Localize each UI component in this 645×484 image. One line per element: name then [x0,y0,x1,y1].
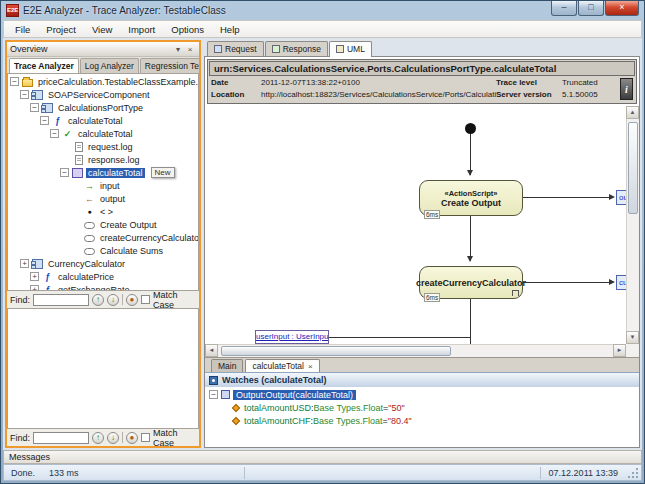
activity-node-create-output[interactable]: «ActionScript» Create Output 6ms [419,180,523,216]
edge-line [470,134,471,175]
highlight-all-button[interactable]: ● [126,294,138,306]
watches-header[interactable]: Watches (calculateTotal) [205,372,639,387]
find-input-bottom[interactable] [33,432,89,444]
tree-item[interactable]: Create Output [8,218,198,231]
watch-root-row[interactable]: − Output:Output(calculateTotal) [205,388,639,401]
tree-item-label: Create Output [98,220,159,230]
object-node-userinput[interactable]: userInput : UserInput [255,330,329,344]
initial-node-icon[interactable] [465,123,476,134]
horizontal-scrollbar[interactable]: ◄ ► [205,344,626,357]
tree-item-label: Calculate Sums [98,246,165,256]
tree-item-label: CurrencyCalculator [46,259,127,269]
tab-log-analyzer[interactable]: Log Analyzer [80,58,139,73]
messages-bar[interactable]: Messages [3,450,642,464]
expander-icon[interactable]: − [20,90,29,99]
tree-item[interactable]: request.log [8,140,198,153]
watch-type: Base Types.Float [313,416,382,426]
vertical-scroll-thumb[interactable] [628,122,638,214]
log-file-icon [75,142,83,152]
expander-icon[interactable]: − [50,129,59,138]
app-window: E2E E2E Analyzer - Trace Analyzer: Testa… [0,0,645,484]
uml-header: urn:Services.CalculationsService.Ports.C… [207,59,637,104]
uml-diagram-canvas[interactable]: «ActionScript» Create Output 6ms out cre… [205,106,639,357]
expander-icon[interactable]: − [30,103,39,112]
expander-icon[interactable]: − [60,168,69,177]
trace-level-value: Truncated [562,77,616,89]
menu-options[interactable]: Options [164,23,211,36]
close-button[interactable]: × [605,1,639,16]
tree-item[interactable]: + ƒ calculatePrice [8,270,198,283]
tree-item-selected[interactable]: − calculateTotal New [8,166,198,179]
find-prev-button[interactable]: ↑ [92,294,104,306]
scroll-left-icon[interactable]: ◄ [205,344,218,357]
tree-item[interactable]: − ✓ calculateTotal [8,127,198,140]
watch-item-row[interactable]: totalAmountUSD : Base Types.Float = "50" [205,401,639,414]
tree-item[interactable]: − CalculationsPortType [8,101,198,114]
tab-main-diagram[interactable]: Main [211,359,243,372]
diagram-tabbar: Main calculateTotal × [205,357,639,372]
porttype-icon [42,103,53,113]
find-next-button[interactable]: ↓ [107,294,119,306]
tree-item-label: calculateTotal [66,116,125,126]
horizontal-scroll-thumb[interactable] [221,346,451,356]
expander-icon[interactable]: − [10,77,19,86]
menu-import[interactable]: Import [121,23,162,36]
info-button[interactable]: i [620,78,633,100]
find-next-button[interactable]: ↓ [107,432,119,444]
tree-item[interactable]: − ƒ calculateTotal [8,114,198,127]
menu-help[interactable]: Help [213,23,247,36]
overview-panel-header[interactable]: Overview ▾ × [7,42,199,57]
tab-calculatetotal-diagram[interactable]: calculateTotal × [245,359,319,372]
tree-item[interactable]: Calculate Sums [8,244,198,257]
edge-line [523,197,611,198]
tree-item[interactable]: createCurrencyCalculator [8,231,198,244]
panel-close-icon[interactable]: × [184,45,196,54]
menu-project[interactable]: Project [39,23,83,36]
subdiagram-icon[interactable] [512,290,519,296]
tree-item[interactable]: + CurrencyCalculator [8,257,198,270]
activity-icon [84,235,95,242]
watches-tree[interactable]: − Output:Output(calculateTotal) totalAmo… [205,387,639,447]
scroll-up-icon[interactable]: ▲ [626,106,639,119]
expander-icon[interactable]: + [30,272,39,281]
minimize-button[interactable]: – [551,1,577,16]
tab-trace-analyzer[interactable]: Trace Analyzer [9,58,79,73]
vertical-scrollbar[interactable]: ▲ ▼ [626,106,639,344]
titlebar[interactable]: E2E E2E Analyzer - Trace Analyzer: Testa… [1,1,644,20]
tab-regression-tests[interactable]: Regression Tests [140,58,201,73]
tab-response[interactable]: Response [265,41,328,56]
expander-icon[interactable]: − [209,390,218,399]
menu-file[interactable]: File [8,23,37,36]
success-check-icon: ✓ [62,129,73,139]
tree-item[interactable]: ← output [8,192,198,205]
menu-view[interactable]: View [85,23,119,36]
trace-tree[interactable]: − priceCalculation.TestableClassExample.… [7,73,199,291]
watch-item-row[interactable]: totalAmountCHF : Base Types.Float = "80.… [205,414,639,427]
expander-icon[interactable]: + [20,259,29,268]
tree-item[interactable]: response.log [8,153,198,166]
activity-node-create-currency-calculator[interactable]: createCurrencyCalculator 6ms [419,266,523,299]
tree-item[interactable]: − priceCalculation.TestableClassExample.… [8,75,198,88]
tree-item[interactable]: − SOAPServiceComponent [8,88,198,101]
resize-grip[interactable] [626,466,639,479]
tab-uml[interactable]: UML [329,41,372,57]
match-case-checkbox[interactable] [141,433,150,442]
highlight-all-button[interactable]: ● [126,432,138,444]
object-cube-icon [221,390,230,399]
panel-menu-icon[interactable]: ▾ [172,45,184,54]
tab-calculatetotal-label: calculateTotal [252,361,304,371]
expander-icon[interactable]: − [40,116,49,125]
find-prev-button[interactable]: ↑ [92,432,104,444]
scroll-down-icon[interactable]: ▼ [626,331,639,344]
tree-item[interactable]: ● < > [8,205,198,218]
tree-item-label: calculateTotal [86,168,145,178]
find-input[interactable] [33,294,89,306]
close-tab-icon[interactable]: × [308,362,313,371]
match-case-checkbox[interactable] [141,295,150,304]
tab-request[interactable]: Request [207,41,264,56]
maximize-button[interactable]: □ [578,1,604,16]
scroll-right-icon[interactable]: ► [613,344,626,357]
overview-secondary-area[interactable] [7,308,199,429]
tree-item[interactable]: → input [8,179,198,192]
tab-main-label: Main [218,361,236,371]
